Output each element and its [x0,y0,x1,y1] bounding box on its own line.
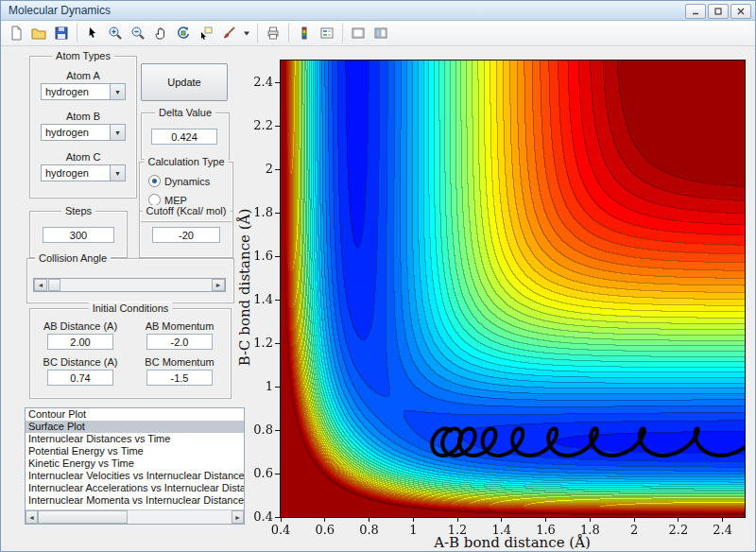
x-tick-mark [501,518,502,522]
insert-legend-button[interactable] [317,23,337,43]
toolbar-separator [342,24,343,43]
data-cursor-icon [198,26,214,41]
x-tick-label: 0.4 [271,523,291,537]
x-tick-mark [281,518,282,522]
scrollbar-left-arrow[interactable]: ◄ [26,510,38,524]
x-tick-label: 2.2 [669,523,689,537]
toolbar-separator [257,24,258,43]
list-item[interactable]: Internuclear Momenta vs Internuclear Dis… [26,494,244,507]
toolbar-separator [77,24,77,43]
x-tick-mark [722,518,723,522]
list-item[interactable]: Kinetic Energy vs Time [26,457,244,470]
ab-distance-field[interactable] [47,334,113,350]
cutoff-field[interactable] [152,227,220,243]
minimize-icon [692,8,699,15]
minimize-button[interactable] [685,4,706,19]
hide-plot-tools-button[interactable] [348,23,369,43]
bc-momentum-field[interactable] [146,370,213,386]
dynamics-radio-label: Dynamics [164,176,210,187]
delta-value-field[interactable] [151,129,217,145]
dropdown-arrow-icon: ▼ [110,165,125,181]
delta-value-panel: Delta Value [141,112,230,160]
listbox-horizontal-scrollbar[interactable]: ◄ ► [26,509,244,524]
update-button[interactable]: Update [141,63,228,101]
maximize-button[interactable] [708,4,729,19]
plot-type-listbox[interactable]: Contour Plot Surface Plot Internuclear D… [25,407,245,525]
toolbar-separator [288,24,289,43]
x-axis-label: A-B bond distance (Å) [434,534,591,551]
close-icon [737,8,745,15]
x-tick-mark [369,518,369,522]
titlebar[interactable]: Molecular Dynamics [1,1,755,21]
scrollbar-thumb[interactable] [38,510,128,524]
brush-menu-button[interactable] [241,23,252,43]
x-tick-mark [545,518,546,522]
dropdown-arrow-icon: ▼ [110,84,125,99]
list-item[interactable]: Internuclear Velocities vs Internuclear … [26,470,244,482]
new-figure-button[interactable] [6,23,26,43]
rotate-3d-button[interactable] [173,23,194,43]
steps-field[interactable] [43,227,114,243]
scrollbar-right-arrow[interactable]: ► [232,510,244,524]
open-folder-icon [31,26,46,41]
atom-b-value: hydrogen [45,127,89,138]
atom-b-dropdown[interactable]: hydrogen ▼ [41,124,126,141]
x-tick-mark [324,518,325,522]
delta-value-title: Delta Value [155,107,215,118]
slider-thumb[interactable] [48,279,60,291]
bc-distance-field[interactable] [47,370,113,386]
list-item[interactable]: Potential Energy vs Time [26,445,244,457]
atom-types-title: Atom Types [52,50,114,61]
insert-colorbar-button[interactable] [294,23,315,43]
pan-button[interactable] [150,23,171,43]
maximize-icon [714,8,722,15]
show-plot-tools-button[interactable] [370,23,391,43]
x-tick-mark [678,518,679,522]
ab-momentum-field[interactable] [146,334,213,350]
x-tick-label: 0.6 [315,523,335,537]
hide-plot-tools-icon [351,26,366,41]
list-item[interactable]: Contour Plot [26,408,244,421]
x-tick-label: 0.8 [359,523,379,537]
list-item[interactable]: Internuclear Distances vs Time [26,433,244,445]
zoom-in-icon [108,26,123,41]
zoom-in-button[interactable] [105,23,126,43]
slider-left-arrow[interactable]: ◄ [34,279,47,291]
list-item[interactable]: Surface Plot [26,421,244,433]
atom-a-label: Atom A [30,70,136,81]
show-plot-tools-icon [373,26,388,41]
zoom-out-button[interactable] [128,23,148,43]
save-icon [54,26,69,41]
zoom-out-icon [130,26,146,41]
data-cursor-button[interactable] [196,23,216,43]
atom-b-label: Atom B [30,111,136,122]
x-tick-mark [634,518,635,522]
atom-c-label: Atom C [30,151,136,163]
x-tick-mark [413,518,414,522]
atom-c-dropdown[interactable]: hydrogen ▼ [41,164,126,181]
steps-title: Steps [61,205,95,216]
rotate-3d-icon [176,26,191,41]
dynamics-radio[interactable]: Dynamics [148,175,210,187]
collision-angle-slider[interactable]: ◄ ► [33,278,226,292]
brush-button[interactable] [218,23,239,43]
y-tick-label: 2.2 [237,118,273,132]
atom-a-value: hydrogen [45,86,89,97]
close-button[interactable] [730,4,751,19]
app-window: Molecular Dynamics [0,0,756,552]
save-figure-button[interactable] [51,23,72,43]
atom-types-panel: Atom Types Atom A hydrogen ▼ Atom B hydr… [29,56,137,198]
x-tick-mark [457,518,458,522]
edit-plot-button[interactable] [82,23,103,43]
open-file-button[interactable] [28,23,49,43]
bc-momentum-label: BC Momentum [132,356,227,368]
atom-c-value: hydrogen [45,167,89,179]
list-item[interactable]: Internuclear Accelerations vs Internucle… [26,482,244,494]
y-tick-label: 1 [237,379,273,393]
y-axis-label: B-C bond distance (Å) [236,209,253,367]
print-button[interactable] [263,23,284,43]
x-tick-label: 2.4 [713,523,732,537]
slider-right-arrow[interactable]: ► [212,279,225,291]
contour-plot-canvas[interactable] [281,60,745,517]
atom-a-dropdown[interactable]: hydrogen ▼ [41,83,126,100]
